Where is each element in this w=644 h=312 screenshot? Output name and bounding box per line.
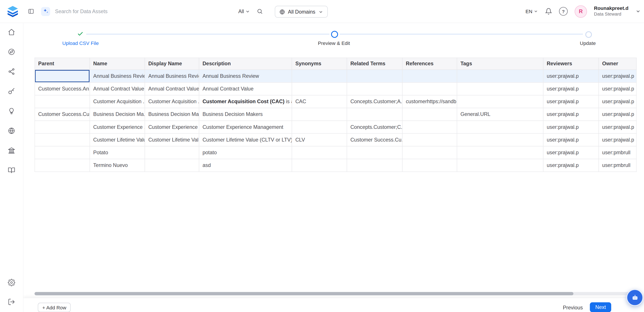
table-cell[interactable] xyxy=(292,121,347,133)
next-button[interactable]: Next xyxy=(590,302,611,312)
table-cell[interactable]: Termino Nuevo xyxy=(90,159,145,172)
table-cell[interactable] xyxy=(402,70,457,82)
table-cell[interactable] xyxy=(402,146,457,159)
table-cell[interactable] xyxy=(402,82,457,95)
table-cell[interactable] xyxy=(35,133,90,146)
table-cell[interactable] xyxy=(35,121,90,133)
table-cell[interactable]: user:prajwal.p xyxy=(543,146,598,159)
table-cell[interactable] xyxy=(35,95,90,108)
language-selector[interactable]: EN xyxy=(526,8,538,14)
table-cell[interactable] xyxy=(457,121,543,133)
table-cell[interactable]: Annual Contract Value xyxy=(199,82,292,95)
table-cell[interactable] xyxy=(402,108,457,121)
table-cell[interactable] xyxy=(457,70,543,82)
table-cell[interactable] xyxy=(145,146,199,159)
domains-globe-icon[interactable] xyxy=(8,127,15,134)
table-cell[interactable]: user:pmbrull xyxy=(599,159,636,172)
table-cell[interactable]: Annual Contract Value xyxy=(90,82,145,95)
table-cell[interactable] xyxy=(347,146,402,159)
step-label-update[interactable]: Update xyxy=(559,40,617,46)
table-cell[interactable] xyxy=(347,70,402,82)
key-icon[interactable] xyxy=(8,88,15,95)
table-cell[interactable]: Business Decision Ma... xyxy=(90,108,145,121)
notifications-bell-icon[interactable] xyxy=(545,8,552,15)
search-icon[interactable] xyxy=(257,8,263,15)
table-cell[interactable] xyxy=(457,146,543,159)
ai-sparkle-icon[interactable] xyxy=(41,7,50,16)
table-cell[interactable]: CAC xyxy=(292,95,347,108)
horizontal-scrollbar-track[interactable] xyxy=(34,292,637,295)
table-cell[interactable] xyxy=(292,146,347,159)
table-cell[interactable]: user:prajwal.p xyxy=(543,70,598,82)
table-cell[interactable]: Customer Success.Cu... xyxy=(35,108,90,121)
add-row-button[interactable]: + Add Row xyxy=(38,303,71,312)
sidebar-toggle-icon[interactable] xyxy=(28,8,34,15)
table-cell[interactable]: Customer Experience Management xyxy=(199,121,292,133)
table-cell[interactable] xyxy=(292,159,347,172)
table-cell[interactable]: user:prajwal.p xyxy=(599,70,636,82)
table-cell[interactable]: user:prajwal.p xyxy=(599,82,636,95)
table-cell[interactable] xyxy=(402,121,457,133)
previous-button[interactable]: Previous xyxy=(560,303,586,312)
table-cell[interactable]: Annual Business Review xyxy=(199,70,292,82)
chatbot-fab[interactable] xyxy=(626,289,643,306)
table-cell[interactable]: user:prajwal.p xyxy=(599,108,636,121)
insights-bulb-icon[interactable] xyxy=(8,107,15,115)
table-cell[interactable]: Customer Lifetime Value (CLTV or LTV) i.… xyxy=(199,133,292,146)
step-label-preview[interactable]: Preview & Edit xyxy=(305,40,363,46)
table-cell[interactable]: Concepts.Customer;A... xyxy=(347,95,402,108)
user-menu[interactable]: Rounakpreet.d Data Steward xyxy=(594,6,628,17)
govern-bank-icon[interactable] xyxy=(8,147,15,154)
table-cell[interactable] xyxy=(457,82,543,95)
table-cell[interactable]: Customer Lifetime Val... xyxy=(145,133,199,146)
table-cell[interactable] xyxy=(457,133,543,146)
table-cell[interactable]: user:prajwal.p xyxy=(599,95,636,108)
table-cell[interactable]: Customer Experience ... xyxy=(145,121,199,133)
table-cell[interactable] xyxy=(145,159,199,172)
table-cell[interactable]: Customer Success.Cu... xyxy=(347,133,402,146)
home-icon[interactable] xyxy=(8,29,15,36)
table-cell[interactable] xyxy=(402,159,457,172)
table-cell[interactable]: user:prajwal.p xyxy=(599,121,636,133)
table-cell[interactable] xyxy=(347,159,402,172)
table-cell[interactable] xyxy=(35,159,90,172)
table-cell[interactable]: Customer Acquisition ... xyxy=(90,95,145,108)
table-cell[interactable]: CLV xyxy=(292,133,347,146)
glossary-book-icon[interactable] xyxy=(8,167,15,174)
table-cell[interactable] xyxy=(347,82,402,95)
table-cell[interactable] xyxy=(35,70,90,82)
table-cell[interactable] xyxy=(347,108,402,121)
settings-gear-icon[interactable] xyxy=(8,279,15,286)
logout-icon[interactable] xyxy=(8,298,15,306)
table-cell[interactable]: user:prajwal.p xyxy=(543,82,598,95)
step-label-upload[interactable]: Upload CSV File xyxy=(52,40,110,46)
table-cell[interactable]: user:prajwal.p xyxy=(543,121,598,133)
table-cell[interactable] xyxy=(402,133,457,146)
table-cell[interactable]: user:prajwal.p xyxy=(543,133,598,146)
table-cell[interactable]: asd xyxy=(199,159,292,172)
table-cell[interactable]: Annual Business Review xyxy=(90,70,145,82)
lineage-graph-icon[interactable] xyxy=(8,68,15,75)
horizontal-scrollbar-thumb[interactable] xyxy=(34,292,574,295)
table-cell[interactable] xyxy=(292,82,347,95)
table-cell[interactable]: Annual Contract Value ... xyxy=(145,82,199,95)
app-logo-icon[interactable] xyxy=(6,5,19,17)
table-cell[interactable]: Customer Acquisition Cost (CAC) is a ... xyxy=(199,95,292,108)
table-cell[interactable] xyxy=(292,70,347,82)
table-cell[interactable]: potato xyxy=(199,146,292,159)
table-cell[interactable]: user:prajwal.p xyxy=(543,95,598,108)
table-cell[interactable]: Customer Lifetime Value xyxy=(90,133,145,146)
table-cell[interactable] xyxy=(457,95,543,108)
explore-compass-icon[interactable] xyxy=(8,48,15,56)
table-cell[interactable]: user:prajwal.p xyxy=(599,133,636,146)
table-cell[interactable] xyxy=(457,159,543,172)
table-cell[interactable]: Potato xyxy=(90,146,145,159)
table-cell[interactable]: Customer Experience ... xyxy=(90,121,145,133)
search-input[interactable] xyxy=(54,8,234,15)
chevron-down-icon[interactable] xyxy=(636,9,641,14)
table-cell[interactable] xyxy=(35,146,90,159)
table-cell[interactable]: customerhttps://sandb... xyxy=(402,95,457,108)
table-cell[interactable]: Customer Success.An... xyxy=(35,82,90,95)
user-avatar[interactable]: R xyxy=(575,5,587,17)
table-cell[interactable]: user:prajwal.p xyxy=(543,159,598,172)
